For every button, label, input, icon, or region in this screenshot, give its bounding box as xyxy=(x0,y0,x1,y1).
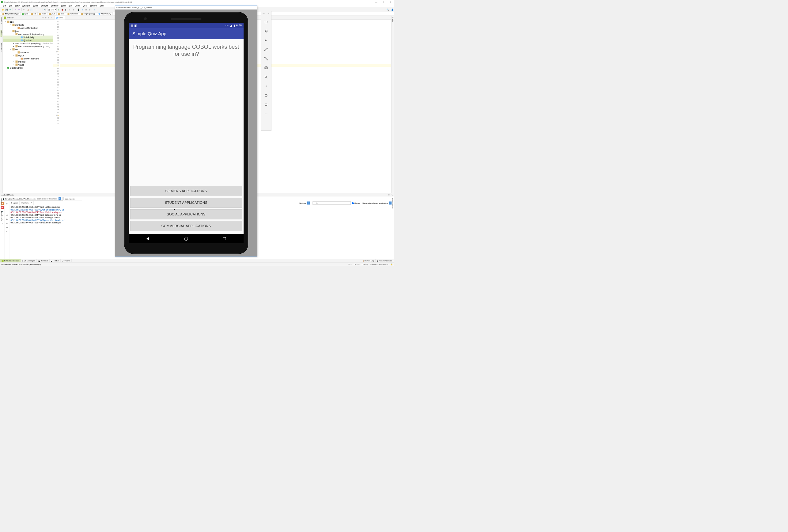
run-config-combo[interactable]: ▣ app xyxy=(47,8,57,11)
tree-node-app[interactable]: ▼app xyxy=(3,20,53,23)
target-icon[interactable]: ⊕ xyxy=(42,17,44,19)
undo-icon[interactable]: ↶ xyxy=(14,8,17,11)
tab-gradle-console[interactable]: ⚙Gradle Console xyxy=(375,259,394,262)
device-combo[interactable]: 📱 Emulator Nexus_5X_API_24 emulator-5554… xyxy=(1,197,63,201)
rotate-right-icon[interactable] xyxy=(264,57,269,61)
open-icon[interactable]: 📁 xyxy=(2,8,5,11)
settings-icon[interactable]: ⚙ xyxy=(48,17,50,19)
sync-icon[interactable]: ⟳ xyxy=(9,8,12,11)
editor-tab[interactable]: activit xyxy=(54,16,65,20)
dropdown-icon[interactable]: ▾ xyxy=(14,17,14,18)
profile-icon[interactable]: ▶ xyxy=(65,8,68,11)
more-icon[interactable] xyxy=(264,112,269,116)
help-icon[interactable]: ? xyxy=(1,222,4,224)
collapse-icon[interactable]: ⇵ xyxy=(45,17,46,19)
tree-node-gradle[interactable]: ▸Gradle Scripts xyxy=(3,66,53,69)
up-icon[interactable]: ↑ xyxy=(5,210,8,213)
breadcrumb-item[interactable]: razormist xyxy=(66,12,79,15)
sync2-icon[interactable]: ⟳ xyxy=(88,8,91,11)
log-search-input[interactable] xyxy=(313,202,351,205)
tab-logcat[interactable]: ≡ logcat xyxy=(9,201,20,205)
project-tab[interactable]: 1: Project xyxy=(1,30,2,37)
status-position[interactable]: 32:1 xyxy=(348,263,352,265)
sdk-icon[interactable]: ⬇ xyxy=(81,8,84,11)
power-icon[interactable] xyxy=(264,20,269,24)
breadcrumb-item[interactable]: java xyxy=(47,12,57,15)
hide-icon[interactable]: ↘ xyxy=(391,194,393,196)
tree-node-package-test[interactable]: ▸com.razormist.simplequizapp(androidTest… xyxy=(3,42,53,45)
structure-tab[interactable]: 7: Structure xyxy=(1,43,2,52)
copy-icon[interactable]: 📋 xyxy=(26,8,29,11)
tab-monitors[interactable]: Monitors →* xyxy=(20,201,34,205)
answer-button-3[interactable]: SOCIAL APPLICATIONS xyxy=(130,209,242,219)
process-combo[interactable]: com.razorm xyxy=(63,197,82,200)
tab-todo[interactable]: ✓TODO xyxy=(61,259,72,262)
tree-node-question[interactable]: Question xyxy=(3,39,53,42)
panel-minimize[interactable]: — xyxy=(263,13,265,15)
tree-node-layout-file[interactable]: activity_main.xml xyxy=(3,57,53,60)
breadcrumb-item[interactable]: MainActivity xyxy=(97,12,113,15)
breadcrumb-item[interactable]: main xyxy=(38,12,48,15)
menu-navigate[interactable]: Navigate xyxy=(21,4,32,7)
dropdown-icon[interactable]: ▾ xyxy=(307,202,310,205)
tab-android-monitor[interactable]: 6: Android Monitor xyxy=(0,259,21,262)
volume-down-icon[interactable] xyxy=(264,38,269,43)
menu-run[interactable]: Run xyxy=(67,4,74,7)
answer-button-1[interactable]: SIEMENS APPLICATIONS xyxy=(130,186,242,196)
tab-terminal[interactable]: ▣Terminal xyxy=(37,259,49,262)
filter-combo[interactable]: Show only selected application▾ xyxy=(361,201,393,205)
menu-help[interactable]: Help xyxy=(98,4,105,7)
breadcrumb-item[interactable]: app xyxy=(20,12,29,15)
back-icon[interactable]: ← xyxy=(35,8,38,11)
regex-checkbox[interactable]: Regex xyxy=(352,202,360,204)
dropdown-icon[interactable]: ▾ xyxy=(59,197,61,200)
menu-view[interactable]: View xyxy=(14,4,21,7)
scroll-icon[interactable]: ↓ xyxy=(5,206,8,209)
menu-refactor[interactable]: Refactor xyxy=(49,4,60,7)
hide-icon[interactable]: ↘ xyxy=(51,17,53,19)
answer-button-2[interactable]: STUDENT APPLICATIONS xyxy=(130,198,242,208)
rotate-left-icon[interactable] xyxy=(264,47,269,52)
breadcrumb-item[interactable]: src xyxy=(29,12,38,15)
save-icon[interactable]: 💾 xyxy=(5,8,8,11)
tree-node-drawable[interactable]: drawable xyxy=(3,51,53,54)
favorites-tab[interactable]: 2: Favorites xyxy=(0,198,2,206)
screenshot-icon[interactable] xyxy=(264,66,269,70)
loglevel-combo[interactable]: Verbose▾ xyxy=(298,201,311,205)
menu-vcs[interactable]: VCS xyxy=(81,4,88,7)
tree-node-main-activity[interactable]: MainActivity xyxy=(3,36,53,39)
redo-icon[interactable]: ↷ xyxy=(18,8,21,11)
window-maximize[interactable]: □ xyxy=(383,1,384,3)
debug-icon[interactable]: 🐞 xyxy=(61,8,64,11)
tree-node-java[interactable]: ▼java xyxy=(3,29,53,33)
settings-icon[interactable]: ⚙ xyxy=(5,226,8,229)
stop-icon[interactable]: ■ xyxy=(72,8,75,11)
window-minimize[interactable]: — xyxy=(375,1,377,3)
status-encoding[interactable]: UTF-8‡ xyxy=(362,263,368,265)
breadcrumb-item[interactable]: simplequizapp xyxy=(79,12,97,15)
project-mode[interactable]: Android xyxy=(7,17,13,19)
menu-code[interactable]: Code xyxy=(32,4,40,7)
menu-file[interactable]: File xyxy=(2,4,7,7)
overview-icon[interactable] xyxy=(264,103,269,107)
captures-tab[interactable]: Captures xyxy=(1,17,2,24)
right-icon[interactable]: » xyxy=(5,230,8,233)
nav-home[interactable] xyxy=(184,237,189,241)
window-close[interactable]: × xyxy=(389,1,391,3)
structure-icon[interactable]: ⊞ xyxy=(84,8,87,11)
paste-icon[interactable]: 📄 xyxy=(30,8,33,11)
back-icon[interactable] xyxy=(264,84,269,88)
android-model-tab[interactable]: Android Model xyxy=(392,198,393,209)
clear-icon[interactable]: 🗑 xyxy=(5,202,8,205)
home-icon[interactable] xyxy=(264,94,269,98)
menu-analyze[interactable]: Analyze xyxy=(40,4,49,7)
answer-button-4[interactable]: COMMERCIAL APPLICATIONS xyxy=(130,221,242,231)
settings-icon[interactable]: ⚙ xyxy=(388,194,390,196)
menu-tools[interactable]: Tools xyxy=(74,4,81,7)
avd-icon[interactable]: 📱 xyxy=(77,8,80,11)
tab-run[interactable]: ▶4: Run xyxy=(49,259,60,262)
buildvariants-tab[interactable]: Build Variants xyxy=(0,211,2,221)
attach-icon[interactable]: ⎌ xyxy=(68,8,72,11)
help-icon[interactable]: ? xyxy=(93,8,96,11)
forward-icon[interactable]: → xyxy=(39,8,42,11)
